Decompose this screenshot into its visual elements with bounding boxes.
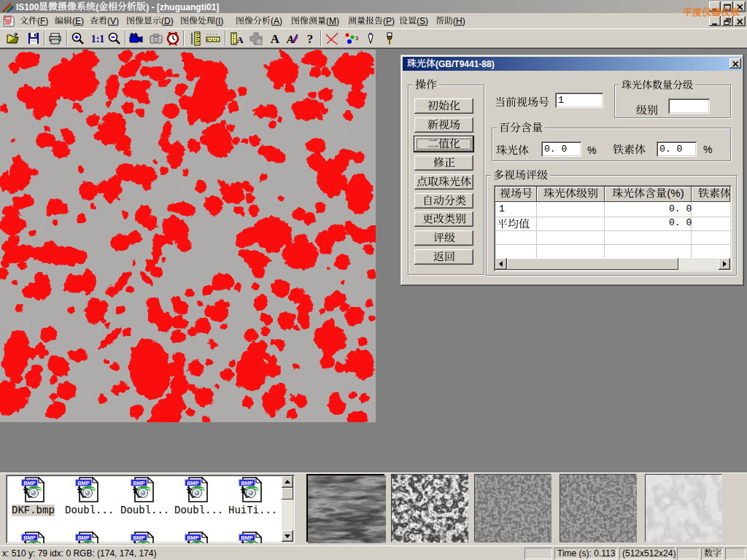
svg-text:A: A (236, 34, 244, 45)
svg-text:BMP: BMP (187, 480, 199, 486)
svg-text:A: A (286, 34, 294, 45)
svg-text:BMP: BMP (23, 480, 36, 486)
svg-text:BMP: BMP (187, 534, 199, 541)
svg-text:BMP: BMP (241, 480, 253, 486)
svg-text:?: ? (307, 32, 314, 46)
svg-text:1:1: 1:1 (91, 34, 105, 44)
svg-text:A: A (271, 32, 280, 46)
svg-text:BMP: BMP (241, 534, 253, 541)
svg-text:3: 3 (355, 35, 358, 42)
svg-text:BMP: BMP (77, 480, 90, 486)
svg-text:BMP: BMP (133, 534, 145, 541)
svg-text:BMP: BMP (23, 534, 36, 541)
svg-text:BMP: BMP (133, 480, 145, 486)
svg-text:BMP: BMP (77, 534, 90, 541)
